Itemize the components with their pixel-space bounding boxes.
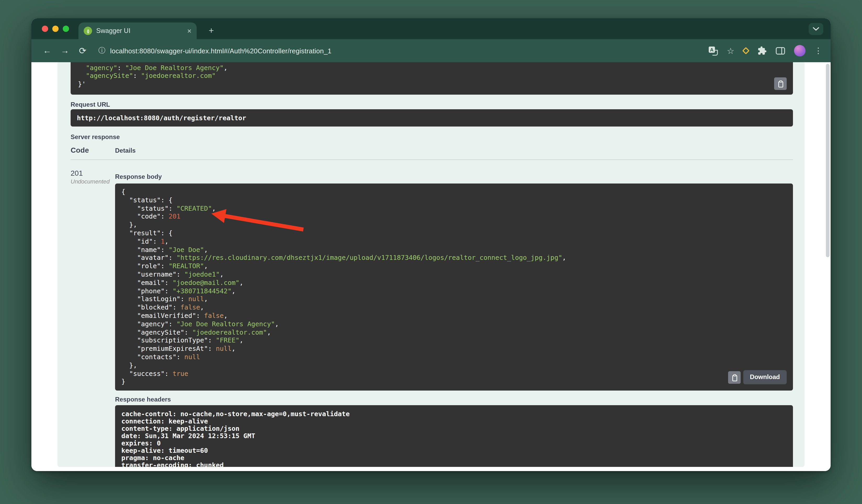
desktop-background: {} Swagger UI × + ← → ⟳ ⓘ localhost:8080…: [0, 0, 862, 504]
code-line: "id": 1,: [121, 237, 787, 246]
clipboard-icon: [776, 80, 784, 88]
address-bar[interactable]: ⓘ localhost:8080/swagger-ui/index.html#/…: [98, 46, 331, 55]
browser-toolbar: ← → ⟳ ⓘ localhost:8080/swagger-ui/index.…: [31, 39, 831, 62]
page-content: "agency": "Joe Doe Realtors Agency", "ag…: [31, 62, 831, 471]
code-line: content-type: application/json: [121, 425, 787, 433]
code-line: keep-alive: timeout=60: [121, 447, 787, 454]
window-minimize-button[interactable]: [52, 26, 58, 32]
extension-diamond-icon[interactable]: [742, 47, 749, 54]
code-line: "result": {: [121, 229, 787, 237]
code-line: },: [121, 361, 787, 369]
code-line: }': [78, 80, 786, 88]
table-header-divider: [70, 159, 793, 160]
response-body-label: Response body: [115, 173, 162, 181]
code-line: "agencySite": "joedoerealtor.com": [78, 72, 786, 80]
tab-swagger-ui[interactable]: {} Swagger UI ×: [78, 23, 197, 39]
forward-button[interactable]: →: [58, 46, 71, 55]
code-line: expires: 0: [121, 440, 787, 447]
request-url-value: http://localhost:8080/auth/register/real…: [70, 109, 793, 127]
clipboard-icon: [730, 374, 738, 381]
code-line: "success": true: [121, 369, 787, 378]
code-column-header: Code: [70, 146, 89, 154]
code-line: "status": "CREATED",: [121, 204, 787, 213]
code-line: "subscriptionType": "FREE",: [121, 336, 787, 345]
bookmark-star-icon[interactable]: ☆: [727, 46, 734, 56]
code-line: "lastLogin": null,: [121, 295, 787, 304]
back-button[interactable]: ←: [41, 46, 53, 55]
code-line: "contacts": null: [121, 353, 787, 361]
tab-title: Swagger UI: [96, 27, 183, 35]
code-line: "phone": "+380711844542",: [121, 287, 787, 295]
window-close-button[interactable]: [42, 26, 48, 32]
code-line: }: [121, 378, 787, 386]
response-headers-label: Response headers: [115, 396, 171, 403]
code-line: {: [121, 188, 787, 196]
url-text: localhost:8080/swagger-ui/index.html#/Au…: [110, 47, 331, 55]
site-info-icon[interactable]: ⓘ: [98, 46, 105, 55]
tab-close-icon[interactable]: ×: [187, 27, 192, 35]
code-line: "avatar": "https://res.cloudinary.com/dh…: [121, 254, 787, 262]
code-line: "email": "joedoe@mail.com",: [121, 279, 787, 287]
copy-response-button[interactable]: [728, 371, 741, 384]
code-line: "agencySite": "joedoerealtor.com",: [121, 328, 787, 336]
code-line: "premiumExpiresAt": null,: [121, 345, 787, 353]
code-line: transfer-encoding: chunked: [121, 462, 787, 467]
browser-window: {} Swagger UI × + ← → ⟳ ⓘ localhost:8080…: [31, 18, 831, 471]
window-zoom-button[interactable]: [63, 26, 69, 32]
response-status-code: 201: [70, 169, 83, 177]
curl-code: "agency": "Joe Doe Realtors Agency", "ag…: [78, 64, 786, 88]
code-line: date: Sun,31 Mar 2024 12:53:15 GMT: [121, 433, 787, 440]
download-button[interactable]: Download: [743, 370, 787, 384]
reload-button[interactable]: ⟳: [76, 45, 89, 56]
code-line: "agency": "Joe Doe Realtors Agency",: [121, 320, 787, 328]
window-controls: [42, 26, 69, 32]
profile-avatar[interactable]: [794, 45, 806, 56]
favicon-glyph: {}: [87, 29, 89, 33]
toolbar-actions: A ☆ ⋮: [708, 39, 822, 62]
code-line: pragma: no-cache: [121, 454, 787, 462]
code-line: },: [121, 221, 787, 229]
response-body-code: { "status": { "status": "CREATED", "code…: [121, 188, 787, 386]
response-body-block: { "status": { "status": "CREATED", "code…: [115, 184, 793, 390]
curl-command-block: "agency": "Joe Doe Realtors Agency", "ag…: [70, 62, 793, 95]
tab-search-button[interactable]: [809, 23, 823, 35]
response-headers-code: cache-control: no-cache,no-store,max-age…: [121, 410, 787, 467]
new-tab-button[interactable]: +: [205, 25, 218, 37]
side-panel-icon[interactable]: [776, 47, 785, 55]
server-response-label: Server response: [70, 133, 120, 141]
code-line: "agency": "Joe Doe Realtors Agency",: [78, 64, 786, 72]
code-line: "blocked": false,: [121, 303, 787, 311]
code-line: "emailVerified": false,: [121, 311, 787, 320]
code-line: "status": {: [121, 196, 787, 204]
code-line: "code": 201: [121, 213, 787, 221]
tab-strip: {} Swagger UI × +: [31, 18, 831, 39]
undocumented-note: Undocumented: [70, 178, 109, 185]
code-line: "name": "Joe Doe",: [121, 246, 787, 254]
code-line: "username": "joedoe1",: [121, 270, 787, 279]
code-line: "role": "REALTOR",: [121, 262, 787, 270]
code-line: cache-control: no-cache,no-store,max-age…: [121, 410, 787, 418]
browser-menu-icon[interactable]: ⋮: [814, 46, 822, 55]
code-line: connection: keep-alive: [121, 418, 787, 425]
extensions-puzzle-icon[interactable]: [757, 46, 767, 55]
scrollbar-thumb[interactable]: [826, 64, 830, 257]
response-headers-block: cache-control: no-cache,no-store,max-age…: [115, 405, 793, 467]
copy-curl-button[interactable]: [774, 77, 787, 90]
svg-text:A: A: [710, 47, 714, 52]
swagger-operation-panel: "agency": "Joe Doe Realtors Agency", "ag…: [57, 62, 805, 467]
details-column-header: Details: [115, 147, 136, 154]
request-url-label: Request URL: [70, 101, 110, 108]
chevron-down-icon: [813, 27, 819, 31]
translate-icon[interactable]: A: [708, 46, 718, 56]
swagger-favicon-icon: {}: [84, 27, 92, 35]
